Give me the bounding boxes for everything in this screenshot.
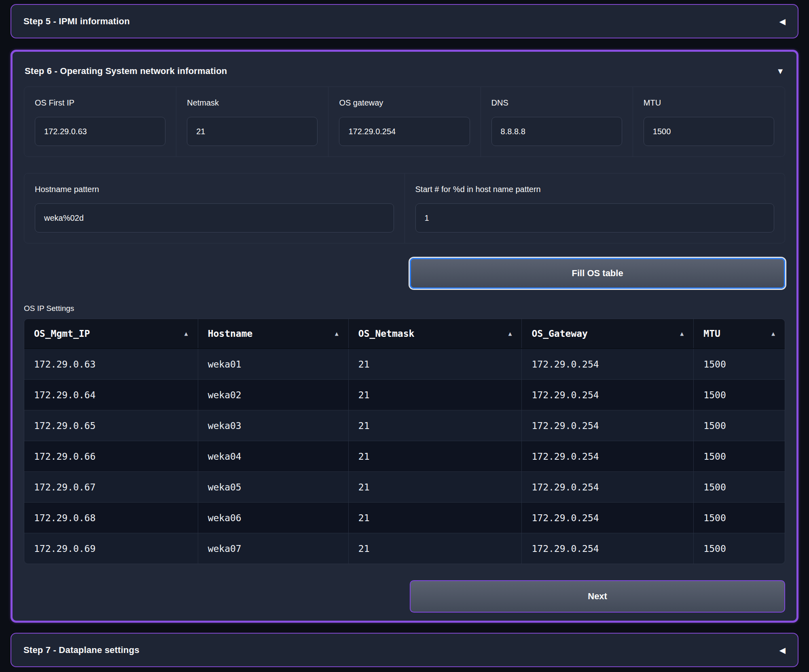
table-cell: 1500 xyxy=(693,380,785,410)
hostname-pattern-input[interactable]: weka%02d xyxy=(35,203,394,232)
table-row: 172.29.0.63 weka01 21 172.29.0.254 1500 xyxy=(24,349,785,379)
collapse-down-icon[interactable]: ▼ xyxy=(776,67,784,75)
dns-input[interactable]: 8.8.8.8 xyxy=(491,117,622,146)
table-row: 172.29.0.68 weka06 21 172.29.0.254 1500 xyxy=(24,502,785,533)
field-os-gateway: OS gateway 172.29.0.254 xyxy=(328,87,481,157)
os-first-ip-input[interactable]: 172.29.0.63 xyxy=(35,117,165,146)
field-netmask: Netmask 21 xyxy=(176,87,328,157)
column-label: OS_Netmask xyxy=(358,328,414,339)
step6-title: Step 6 - Operating System network inform… xyxy=(25,66,227,76)
field-start-number: Start # for %d in host name pattern 1 xyxy=(405,173,786,243)
step7-expander-header[interactable]: Step 7 - Dataplane settings ◀ xyxy=(11,633,798,667)
column-header-os-gateway[interactable]: OS_Gateway ▲ xyxy=(521,319,693,348)
table-cell: 1500 xyxy=(693,349,785,379)
mtu-input[interactable]: 1500 xyxy=(644,117,774,146)
fill-button-row: Fill OS table xyxy=(24,258,785,289)
table-header-row: OS_Mgmt_IP ▲ Hostname ▲ OS_Netmask ▲ OS_… xyxy=(24,319,785,349)
os-first-ip-label: OS First IP xyxy=(35,97,165,108)
table-cell: 21 xyxy=(348,533,522,564)
table-cell: weka07 xyxy=(198,533,348,564)
table-cell: weka03 xyxy=(198,410,348,441)
hostname-pattern-label: Hostname pattern xyxy=(35,184,394,194)
table-cell: 1500 xyxy=(693,472,785,502)
table-cell: 172.29.0.64 xyxy=(24,380,198,410)
column-label: MTU xyxy=(703,328,720,339)
table-row: 172.29.0.67 weka05 21 172.29.0.254 1500 xyxy=(24,471,785,502)
table-cell: 172.29.0.65 xyxy=(24,410,198,441)
table-cell: 21 xyxy=(348,380,522,410)
table-cell: 21 xyxy=(348,441,522,471)
table-cell: 172.29.0.254 xyxy=(521,410,693,441)
column-header-os-mgmt-ip[interactable]: OS_Mgmt_IP ▲ xyxy=(24,319,198,348)
os-gateway-input[interactable]: 172.29.0.254 xyxy=(339,117,470,146)
table-cell: 172.29.0.63 xyxy=(24,349,198,379)
column-header-mtu[interactable]: MTU ▲ xyxy=(693,319,785,348)
table-cell: 1500 xyxy=(693,503,785,533)
field-os-first-ip: OS First IP 172.29.0.63 xyxy=(24,87,176,157)
table-cell: 172.29.0.68 xyxy=(24,503,198,533)
table-cell: 172.29.0.69 xyxy=(24,533,198,564)
table-cell: 172.29.0.254 xyxy=(521,380,693,410)
netmask-label: Netmask xyxy=(187,97,318,108)
table-cell: 1500 xyxy=(693,441,785,471)
table-cell: 172.29.0.254 xyxy=(521,503,693,533)
table-cell: 172.29.0.66 xyxy=(24,441,198,471)
mtu-label: MTU xyxy=(644,97,774,108)
dns-label: DNS xyxy=(491,97,622,108)
field-dns: DNS 8.8.8.8 xyxy=(481,87,633,157)
table-cell: weka06 xyxy=(198,503,348,533)
start-number-input[interactable]: 1 xyxy=(415,203,775,232)
table-cell: 172.29.0.254 xyxy=(521,533,693,564)
table-cell: 172.29.0.67 xyxy=(24,472,198,502)
table-cell: weka05 xyxy=(198,472,348,502)
sort-asc-icon[interactable]: ▲ xyxy=(335,330,339,337)
hostname-fields-row: Hostname pattern weka%02d Start # for %d… xyxy=(24,173,785,243)
sort-asc-icon[interactable]: ▲ xyxy=(184,330,188,337)
table-cell: weka01 xyxy=(198,349,348,379)
table-row: 172.29.0.69 weka07 21 172.29.0.254 1500 xyxy=(24,533,785,564)
table-cell: weka02 xyxy=(198,380,348,410)
netmask-input[interactable]: 21 xyxy=(187,117,318,146)
setup-wizard-page: Step 5 - IPMI information ◀ Step 6 - Ope… xyxy=(0,0,809,667)
start-number-label: Start # for %d in host name pattern xyxy=(415,184,775,194)
table-row: 172.29.0.66 weka04 21 172.29.0.254 1500 xyxy=(24,441,785,471)
sort-asc-icon[interactable]: ▲ xyxy=(771,330,775,337)
table-cell: 1500 xyxy=(693,410,785,441)
table-cell: 172.29.0.254 xyxy=(521,441,693,471)
field-hostname-pattern: Hostname pattern weka%02d xyxy=(24,173,405,243)
column-label: Hostname xyxy=(208,328,253,339)
table-row: 172.29.0.65 weka03 21 172.29.0.254 1500 xyxy=(24,410,785,441)
table-cell: 21 xyxy=(348,349,522,379)
table-cell: 21 xyxy=(348,410,522,441)
step6-expander: Step 6 - Operating System network inform… xyxy=(11,50,798,623)
step5-title: Step 5 - IPMI information xyxy=(23,16,130,27)
next-button-row: Next xyxy=(24,580,785,613)
column-label: OS_Mgmt_IP xyxy=(34,328,90,339)
sort-asc-icon[interactable]: ▲ xyxy=(680,330,684,337)
sort-asc-icon[interactable]: ▲ xyxy=(508,330,512,337)
table-row: 172.29.0.64 weka02 21 172.29.0.254 1500 xyxy=(24,379,785,410)
step6-expander-header[interactable]: Step 6 - Operating System network inform… xyxy=(24,58,785,81)
step5-expander-header[interactable]: Step 5 - IPMI information ◀ xyxy=(11,4,798,38)
os-ip-settings-table: OS_Mgmt_IP ▲ Hostname ▲ OS_Netmask ▲ OS_… xyxy=(24,319,785,564)
collapse-left-icon[interactable]: ◀ xyxy=(779,17,786,25)
fill-os-table-button[interactable]: Fill OS table xyxy=(410,258,785,289)
next-button[interactable]: Next xyxy=(410,580,785,613)
column-header-hostname[interactable]: Hostname ▲ xyxy=(198,319,348,348)
step7-title: Step 7 - Dataplane settings xyxy=(23,645,140,655)
os-gateway-label: OS gateway xyxy=(339,97,470,108)
collapse-left-icon[interactable]: ◀ xyxy=(779,646,786,654)
table-cell: 172.29.0.254 xyxy=(521,472,693,502)
field-mtu: MTU 1500 xyxy=(633,87,785,157)
table-cell: 172.29.0.254 xyxy=(521,349,693,379)
column-label: OS_Gateway xyxy=(532,328,587,339)
network-fields-row: OS First IP 172.29.0.63 Netmask 21 OS ga… xyxy=(24,87,785,157)
table-cell: 21 xyxy=(348,503,522,533)
table-cell: weka04 xyxy=(198,441,348,471)
table-cell: 1500 xyxy=(693,533,785,564)
os-ip-settings-label: OS IP Settings xyxy=(24,304,785,313)
column-header-os-netmask[interactable]: OS_Netmask ▲ xyxy=(348,319,522,348)
table-cell: 21 xyxy=(348,472,522,502)
